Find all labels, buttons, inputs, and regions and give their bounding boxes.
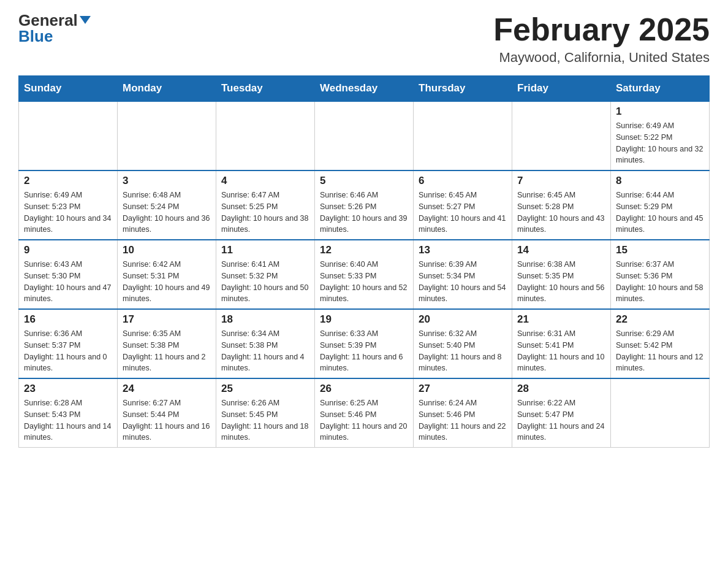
cell-sunrise: Sunrise: 6:29 AM bbox=[616, 329, 674, 338]
location-title: Maywood, California, United States bbox=[493, 50, 710, 66]
calendar-cell: 22Sunrise: 6:29 AMSunset: 5:42 PMDayligh… bbox=[611, 309, 710, 378]
calendar-cell: 6Sunrise: 6:45 AMSunset: 5:27 PMDaylight… bbox=[414, 170, 512, 240]
calendar-week-row: 1Sunrise: 6:49 AMSunset: 5:22 PMDaylight… bbox=[19, 101, 710, 170]
cell-sunset: Sunset: 5:23 PM bbox=[24, 202, 80, 211]
cell-day-number: 19 bbox=[320, 313, 408, 326]
calendar-cell bbox=[118, 101, 216, 170]
cell-sunset: Sunset: 5:47 PM bbox=[517, 410, 574, 419]
logo-top: General bbox=[18, 12, 91, 28]
cell-daylight: Daylight: 10 hours and 32 minutes. bbox=[616, 145, 703, 165]
col-monday: Monday bbox=[118, 76, 216, 102]
cell-day-number: 18 bbox=[221, 313, 309, 326]
cell-sunrise: Sunrise: 6:48 AM bbox=[123, 191, 181, 199]
cell-daylight: Daylight: 10 hours and 58 minutes. bbox=[616, 283, 703, 304]
calendar-cell: 4Sunrise: 6:47 AMSunset: 5:25 PMDaylight… bbox=[216, 170, 315, 240]
calendar-cell bbox=[611, 378, 710, 448]
cell-sunrise: Sunrise: 6:43 AM bbox=[24, 260, 82, 269]
calendar-table: Sunday Monday Tuesday Wednesday Thursday… bbox=[18, 75, 710, 448]
cell-daylight: Daylight: 11 hours and 2 minutes. bbox=[123, 353, 206, 373]
cell-sun-info: Sunrise: 6:49 AMSunset: 5:22 PMDaylight:… bbox=[616, 120, 704, 166]
cell-day-number: 22 bbox=[616, 313, 704, 326]
cell-sun-info: Sunrise: 6:45 AMSunset: 5:27 PMDaylight:… bbox=[419, 190, 507, 236]
cell-sunrise: Sunrise: 6:47 AM bbox=[221, 191, 279, 199]
calendar-week-row: 2Sunrise: 6:49 AMSunset: 5:23 PMDaylight… bbox=[19, 170, 710, 240]
cell-sunset: Sunset: 5:41 PM bbox=[517, 341, 574, 350]
cell-sunset: Sunset: 5:26 PM bbox=[320, 202, 376, 211]
cell-sun-info: Sunrise: 6:42 AMSunset: 5:31 PMDaylight:… bbox=[123, 259, 211, 305]
cell-sun-info: Sunrise: 6:37 AMSunset: 5:36 PMDaylight:… bbox=[616, 259, 704, 305]
cell-day-number: 16 bbox=[24, 313, 112, 326]
cell-sunset: Sunset: 5:27 PM bbox=[419, 202, 475, 211]
cell-sunrise: Sunrise: 6:27 AM bbox=[123, 399, 181, 407]
cell-sun-info: Sunrise: 6:33 AMSunset: 5:39 PMDaylight:… bbox=[320, 328, 408, 374]
cell-sunset: Sunset: 5:31 PM bbox=[123, 272, 179, 280]
cell-day-number: 8 bbox=[616, 175, 704, 187]
cell-daylight: Daylight: 10 hours and 34 minutes. bbox=[24, 214, 111, 234]
cell-sunrise: Sunrise: 6:25 AM bbox=[320, 399, 378, 407]
col-sunday: Sunday bbox=[19, 76, 118, 102]
cell-sun-info: Sunrise: 6:44 AMSunset: 5:29 PMDaylight:… bbox=[616, 190, 704, 236]
calendar-cell: 14Sunrise: 6:38 AMSunset: 5:35 PMDayligh… bbox=[512, 240, 611, 309]
cell-daylight: Daylight: 10 hours and 47 minutes. bbox=[24, 283, 111, 304]
cell-day-number: 9 bbox=[24, 244, 112, 256]
calendar-cell: 26Sunrise: 6:25 AMSunset: 5:46 PMDayligh… bbox=[315, 378, 414, 448]
calendar-cell: 3Sunrise: 6:48 AMSunset: 5:24 PMDaylight… bbox=[118, 170, 216, 240]
cell-sunrise: Sunrise: 6:26 AM bbox=[221, 399, 279, 407]
cell-sunset: Sunset: 5:32 PM bbox=[221, 272, 278, 280]
calendar-cell: 7Sunrise: 6:45 AMSunset: 5:28 PMDaylight… bbox=[512, 170, 611, 240]
cell-day-number: 21 bbox=[517, 313, 605, 326]
calendar-cell bbox=[315, 101, 414, 170]
calendar-cell: 19Sunrise: 6:33 AMSunset: 5:39 PMDayligh… bbox=[315, 309, 414, 378]
calendar-cell: 15Sunrise: 6:37 AMSunset: 5:36 PMDayligh… bbox=[611, 240, 710, 309]
col-wednesday: Wednesday bbox=[315, 76, 414, 102]
cell-sunset: Sunset: 5:30 PM bbox=[24, 272, 80, 280]
cell-day-number: 4 bbox=[221, 175, 309, 187]
cell-day-number: 14 bbox=[517, 244, 605, 256]
calendar-cell: 2Sunrise: 6:49 AMSunset: 5:23 PMDaylight… bbox=[19, 170, 118, 240]
cell-sun-info: Sunrise: 6:24 AMSunset: 5:46 PMDaylight:… bbox=[419, 397, 507, 443]
cell-sun-info: Sunrise: 6:46 AMSunset: 5:26 PMDaylight:… bbox=[320, 190, 408, 236]
cell-sunrise: Sunrise: 6:41 AM bbox=[221, 260, 279, 269]
cell-sunset: Sunset: 5:45 PM bbox=[221, 410, 278, 419]
cell-sun-info: Sunrise: 6:41 AMSunset: 5:32 PMDaylight:… bbox=[221, 259, 309, 305]
logo-arrow-icon bbox=[80, 16, 91, 24]
calendar-cell bbox=[414, 101, 512, 170]
calendar-cell: 13Sunrise: 6:39 AMSunset: 5:34 PMDayligh… bbox=[414, 240, 512, 309]
cell-sunrise: Sunrise: 6:45 AM bbox=[517, 191, 575, 199]
calendar-body: 1Sunrise: 6:49 AMSunset: 5:22 PMDaylight… bbox=[19, 101, 710, 448]
cell-sunrise: Sunrise: 6:49 AM bbox=[616, 121, 674, 130]
calendar-cell: 27Sunrise: 6:24 AMSunset: 5:46 PMDayligh… bbox=[414, 378, 512, 448]
cell-daylight: Daylight: 10 hours and 39 minutes. bbox=[320, 214, 407, 234]
cell-daylight: Daylight: 10 hours and 41 minutes. bbox=[419, 214, 506, 234]
calendar-cell: 23Sunrise: 6:28 AMSunset: 5:43 PMDayligh… bbox=[19, 378, 118, 448]
cell-sunset: Sunset: 5:22 PM bbox=[616, 133, 672, 142]
cell-sun-info: Sunrise: 6:31 AMSunset: 5:41 PMDaylight:… bbox=[517, 328, 605, 374]
cell-daylight: Daylight: 11 hours and 4 minutes. bbox=[221, 353, 305, 373]
days-of-week-row: Sunday Monday Tuesday Wednesday Thursday… bbox=[19, 76, 710, 102]
cell-sunrise: Sunrise: 6:28 AM bbox=[24, 399, 82, 407]
cell-sun-info: Sunrise: 6:45 AMSunset: 5:28 PMDaylight:… bbox=[517, 190, 605, 236]
cell-sunrise: Sunrise: 6:40 AM bbox=[320, 260, 378, 269]
cell-daylight: Daylight: 10 hours and 38 minutes. bbox=[221, 214, 308, 234]
cell-sun-info: Sunrise: 6:22 AMSunset: 5:47 PMDaylight:… bbox=[517, 397, 605, 443]
calendar-cell: 28Sunrise: 6:22 AMSunset: 5:47 PMDayligh… bbox=[512, 378, 611, 448]
cell-sunset: Sunset: 5:38 PM bbox=[221, 341, 278, 350]
cell-sun-info: Sunrise: 6:25 AMSunset: 5:46 PMDaylight:… bbox=[320, 397, 408, 443]
cell-sunrise: Sunrise: 6:35 AM bbox=[123, 329, 181, 338]
cell-day-number: 28 bbox=[517, 383, 605, 395]
calendar-cell: 8Sunrise: 6:44 AMSunset: 5:29 PMDaylight… bbox=[611, 170, 710, 240]
col-saturday: Saturday bbox=[611, 76, 710, 102]
cell-sunset: Sunset: 5:38 PM bbox=[123, 341, 179, 350]
cell-day-number: 7 bbox=[517, 175, 605, 187]
cell-sunset: Sunset: 5:24 PM bbox=[123, 202, 179, 211]
cell-day-number: 25 bbox=[221, 383, 309, 395]
cell-day-number: 3 bbox=[123, 175, 211, 187]
calendar-cell: 9Sunrise: 6:43 AMSunset: 5:30 PMDaylight… bbox=[19, 240, 118, 309]
calendar-cell: 17Sunrise: 6:35 AMSunset: 5:38 PMDayligh… bbox=[118, 309, 216, 378]
cell-sunrise: Sunrise: 6:34 AM bbox=[221, 329, 279, 338]
col-tuesday: Tuesday bbox=[216, 76, 315, 102]
cell-sunset: Sunset: 5:34 PM bbox=[419, 272, 475, 280]
logo: General Blue bbox=[18, 12, 91, 44]
calendar-cell: 5Sunrise: 6:46 AMSunset: 5:26 PMDaylight… bbox=[315, 170, 414, 240]
cell-day-number: 12 bbox=[320, 244, 408, 256]
